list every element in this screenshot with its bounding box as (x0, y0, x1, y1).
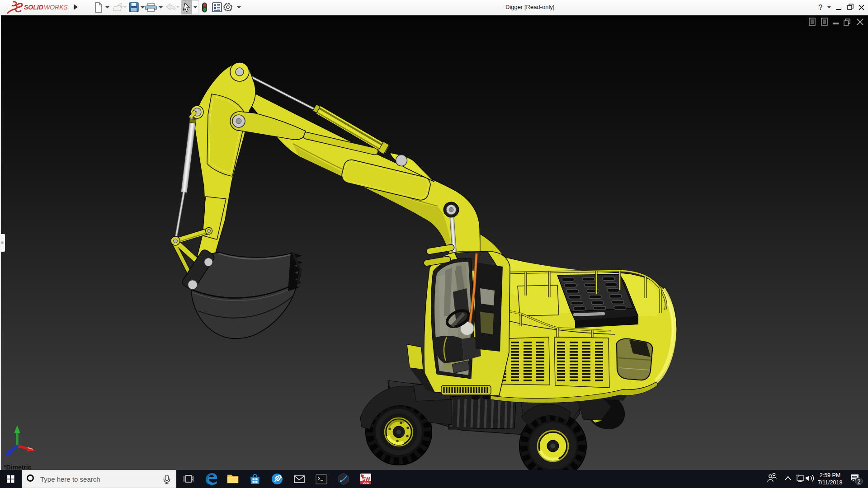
svg-text:2017: 2017 (363, 481, 370, 484)
svg-text:2: 2 (858, 479, 861, 485)
svg-text:?: ? (818, 3, 822, 12)
svg-text:WORKS: WORKS (44, 4, 68, 11)
svg-text:SOLID: SOLID (24, 4, 43, 11)
